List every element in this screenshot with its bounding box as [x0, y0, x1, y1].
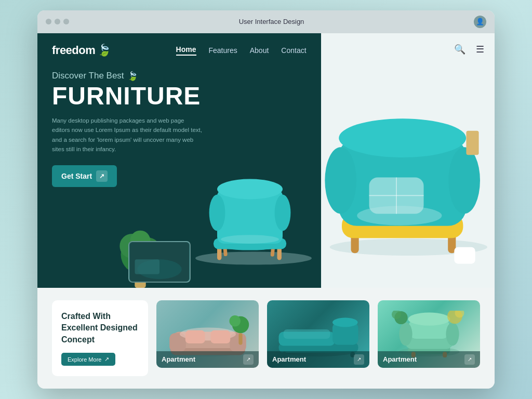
menu-button[interactable]: ☰: [476, 44, 484, 55]
svg-point-52: [332, 317, 358, 327]
svg-rect-47: [238, 333, 242, 345]
svg-rect-19: [135, 259, 159, 274]
apt-arrow-2[interactable]: ↗: [354, 354, 364, 365]
browser-window: User Interface Design 👤 freedom 🍃 Home F…: [37, 10, 495, 389]
apt-label-1: Apartment: [162, 355, 195, 363]
navbar-right-actions: 🔍 ☰: [429, 33, 495, 62]
apt-label-bar-1: Apartment ↗: [156, 351, 259, 368]
svg-rect-32: [466, 131, 478, 155]
hero-section: freedom 🍃 Home Features About Contact Di…: [37, 33, 495, 288]
svg-rect-53: [283, 329, 330, 339]
user-avatar-icon[interactable]: 👤: [474, 16, 486, 28]
hero-right-visual: [321, 59, 495, 288]
apt-arrow-1[interactable]: ↗: [243, 354, 254, 365]
nav-contact[interactable]: Contact: [281, 46, 306, 55]
hamburger-icon: ☰: [476, 44, 484, 55]
window-controls: [46, 19, 69, 24]
browser-title: User Interface Design: [239, 18, 304, 25]
chaise-image: [269, 311, 368, 357]
apt-arrow-3[interactable]: ↗: [464, 354, 475, 365]
logo: freedom 🍃: [52, 44, 111, 57]
hero-description: Many desktop publishing packages and web…: [52, 116, 203, 154]
apt-label-bar-2: Apartment ↗: [267, 351, 369, 368]
svg-point-62: [408, 313, 450, 326]
hero-left-panel: freedom 🍃 Home Features About Contact Di…: [37, 33, 321, 288]
svg-rect-36: [454, 247, 475, 264]
apartment-card-3[interactable]: Apartment ↗: [378, 300, 480, 368]
svg-point-26: [325, 147, 356, 214]
search-icon: 🔍: [454, 44, 466, 55]
svg-point-10: [274, 194, 290, 231]
svg-point-8: [217, 179, 283, 199]
nav-links: Home Features About Contact: [176, 45, 307, 56]
crafted-title: Crafted With Excellent Designed Concept: [61, 311, 139, 345]
svg-point-63: [399, 322, 412, 345]
svg-point-11: [221, 235, 279, 244]
svg-point-64: [446, 322, 459, 345]
svg-point-9: [209, 194, 225, 231]
nav-features[interactable]: Features: [209, 46, 237, 55]
logo-leaf-icon: 🍃: [97, 44, 111, 57]
nav-home[interactable]: Home: [176, 45, 196, 56]
dot-maximize[interactable]: [63, 19, 69, 24]
apt-label-3: Apartment: [383, 355, 417, 363]
svg-point-0: [195, 251, 312, 264]
crafted-card: Crafted With Excellent Designed Concept …: [52, 300, 148, 376]
apartment-card-1[interactable]: Apartment ↗: [156, 300, 259, 368]
right-plant-image: [456, 75, 489, 158]
svg-point-25: [339, 118, 466, 157]
hero-text-block: Discover The Best 🍃 FURNITURE Many deskt…: [52, 71, 219, 188]
cta-arrow-icon: ↗: [96, 170, 108, 182]
video-bg: [129, 242, 190, 282]
nav-about[interactable]: About: [250, 46, 269, 55]
dot-minimize[interactable]: [55, 19, 60, 24]
svg-rect-44: [210, 330, 230, 343]
video-thumbnail[interactable]: ▶: [128, 241, 191, 283]
hero-right-panel: 🔍 ☰: [321, 33, 495, 288]
browser-titlebar: User Interface Design 👤: [37, 10, 495, 33]
sofa-image: [158, 311, 257, 357]
explore-arrow-icon: ↗: [104, 356, 109, 363]
apt-label-bar-3: Apartment ↗: [378, 351, 480, 368]
get-start-button[interactable]: Get Start ↗: [52, 165, 117, 187]
explore-more-button[interactable]: Explore More ↗: [61, 353, 115, 366]
search-button[interactable]: 🔍: [454, 44, 466, 55]
svg-rect-43: [185, 330, 205, 343]
bottom-section: Crafted With Excellent Designed Concept …: [37, 288, 495, 389]
plant-pot-right: [450, 246, 479, 267]
headline-text: FURNITURE: [52, 84, 219, 109]
apt-label-2: Apartment: [272, 355, 306, 363]
dot-close[interactable]: [46, 19, 51, 24]
discover-text: Discover The Best 🍃: [52, 71, 219, 82]
navbar: freedom 🍃 Home Features About Contact: [37, 33, 321, 64]
svg-point-46: [229, 315, 241, 327]
leaf-icon: 🍃: [127, 71, 138, 82]
apartment-card-2[interactable]: Apartment ↗: [267, 300, 369, 368]
page-content: freedom 🍃 Home Features About Contact Di…: [37, 33, 495, 389]
armchair-image: [380, 311, 478, 357]
